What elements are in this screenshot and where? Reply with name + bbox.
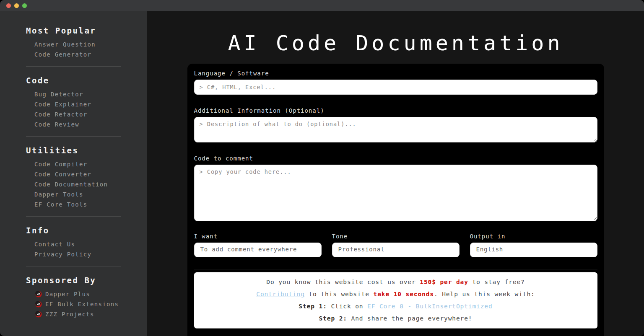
minimize-button[interactable]: [14, 3, 19, 8]
zzz-projects-logo-icon: [35, 291, 42, 297]
language-input[interactable]: [194, 80, 597, 95]
sidebar-item-ef-core-tools[interactable]: EF Core Tools: [34, 199, 147, 209]
sidebar-divider: [26, 266, 121, 266]
sidebar-item-ef-bulk-extensions[interactable]: EF Bulk Extensions: [35, 299, 147, 309]
traffic-lights: [6, 3, 27, 8]
sponsor-notice: Do you know this website cost us over 15…: [194, 272, 597, 328]
sidebar-section-most-popular: Most Popular Answer Question Code Genera…: [0, 26, 147, 59]
zzz-projects-logo-icon: [35, 311, 42, 318]
sidebar-item-label: EF Bulk Extensions: [45, 299, 119, 309]
window-content: Most Popular Answer Question Code Genera…: [0, 11, 644, 336]
sidebar-divider: [26, 216, 121, 217]
sidebar-item-dapper-plus[interactable]: Dapper Plus: [35, 289, 147, 299]
sidebar-item-label: Dapper Plus: [45, 289, 90, 299]
i-want-select[interactable]: To add comment everywhere: [194, 243, 322, 257]
i-want-label: I want: [194, 233, 322, 240]
notice-line-1: Do you know this website cost us over 15…: [198, 276, 593, 288]
sidebar-item-label: ZZZ Projects: [45, 309, 94, 319]
language-label: Language / Software: [194, 70, 597, 77]
section-title-utilities: Utilities: [0, 146, 147, 155]
section-title-most-popular: Most Popular: [0, 26, 147, 35]
close-button[interactable]: [6, 3, 11, 8]
ef-core-8-bulkinsertoptimized-link[interactable]: EF Core 8 - BulkInsertOptimized: [367, 303, 493, 310]
sidebar-item-code-refactor[interactable]: Code Refactor: [34, 109, 147, 119]
sidebar-item-code-documentation[interactable]: Code Documentation: [34, 179, 147, 189]
sidebar-item-contact-us[interactable]: Contact Us: [34, 239, 147, 249]
titlebar: [0, 0, 644, 11]
sidebar-item-answer-question[interactable]: Answer Question: [34, 39, 147, 49]
card-divider: [194, 269, 597, 269]
section-title-code: Code: [0, 76, 147, 85]
sidebar-item-code-review[interactable]: Code Review: [34, 119, 147, 129]
notice-line-3: Step 1: Click on EF Core 8 - BulkInsertO…: [198, 300, 593, 313]
section-title-sponsored-by: Sponsored By: [0, 276, 147, 285]
contributing-link[interactable]: Contributing: [256, 291, 305, 297]
cost-highlight: 150$ per day: [420, 279, 468, 285]
main-content: AI Code Documentation Language / Softwar…: [147, 11, 644, 336]
zoom-button[interactable]: [22, 3, 27, 8]
page-title: AI Code Documentation: [147, 28, 644, 58]
additional-info-label: Additional Information (Optional): [194, 107, 597, 114]
additional-info-textarea[interactable]: [194, 117, 597, 142]
sidebar-item-zzz-projects[interactable]: ZZZ Projects: [35, 309, 147, 319]
sidebar-item-code-compiler[interactable]: Code Compiler: [34, 159, 147, 169]
output-in-label: Output in: [470, 233, 597, 240]
sidebar-section-info: Info Contact Us Privacy Policy: [0, 226, 147, 259]
sidebar-divider: [26, 136, 121, 137]
sidebar-divider: [26, 66, 121, 67]
zzz-projects-logo-icon: [35, 301, 42, 308]
sidebar-item-dapper-tools[interactable]: Dapper Tools: [34, 189, 147, 199]
sidebar-section-sponsored-by: Sponsored By Dapper Plus: [0, 276, 147, 319]
sidebar-item-privacy-policy[interactable]: Privacy Policy: [34, 249, 147, 259]
sidebar-item-code-converter[interactable]: Code Converter: [34, 169, 147, 179]
code-to-comment-label: Code to comment: [194, 155, 597, 162]
tone-select[interactable]: Professional: [332, 243, 460, 257]
sidebar: Most Popular Answer Question Code Genera…: [0, 11, 147, 336]
step-1-label: Step 1:: [299, 303, 327, 310]
form-card: Language / Software Additional Informati…: [187, 64, 604, 336]
seconds-highlight: take 10 seconds: [374, 291, 434, 297]
notice-line-2: Contributing to this website take 10 sec…: [198, 288, 593, 300]
card-divider: [194, 335, 597, 335]
app-window: Most Popular Answer Question Code Genera…: [0, 0, 644, 336]
sidebar-item-code-explainer[interactable]: Code Explainer: [34, 99, 147, 109]
sidebar-item-bug-detector[interactable]: Bug Detector: [34, 89, 147, 99]
tone-label: Tone: [332, 233, 460, 240]
notice-line-4: Step 2: And share the page everywhere!: [198, 313, 593, 325]
section-title-info: Info: [0, 226, 147, 235]
options-row: I want To add comment everywhere Tone Pr…: [194, 233, 597, 257]
output-in-select[interactable]: English: [470, 243, 597, 257]
code-to-comment-textarea[interactable]: [194, 165, 597, 221]
step-2-label: Step 2:: [319, 315, 347, 322]
sidebar-section-code: Code Bug Detector Code Explainer Code Re…: [0, 76, 147, 129]
sidebar-item-code-generator[interactable]: Code Generator: [34, 49, 147, 59]
sidebar-section-utilities: Utilities Code Compiler Code Converter C…: [0, 146, 147, 209]
